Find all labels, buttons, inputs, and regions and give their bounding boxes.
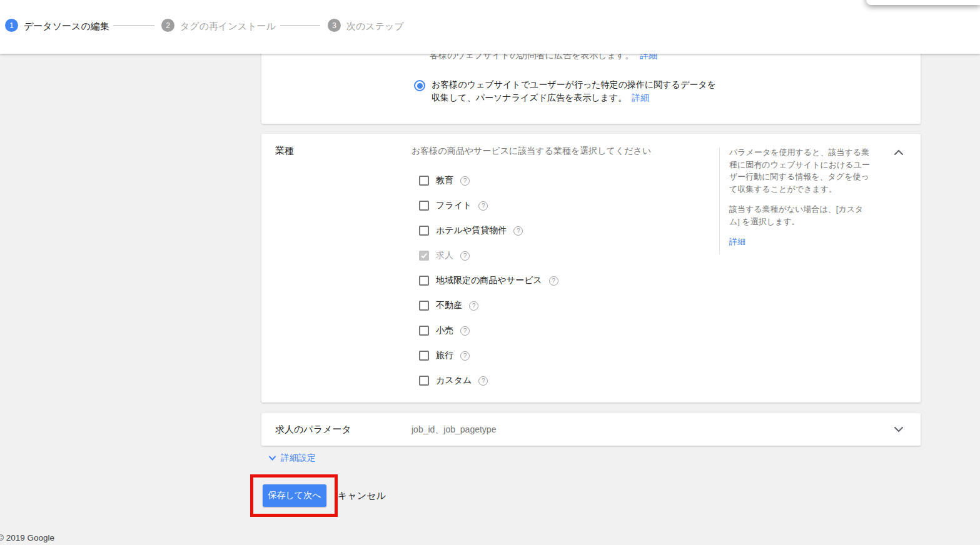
industry-option-label: 教育 (436, 175, 453, 186)
industry-description: お客様の商品やサービスに該当する業種を選択してください (412, 146, 651, 157)
cancel-button[interactable]: キャンセル (338, 490, 386, 502)
help-paragraph-2: 該当する業種がない場合は、[カスタム] を選択します。 (729, 203, 872, 228)
help-icon[interactable]: ? (460, 351, 470, 361)
industry-help-panel: パラメータを使用すると、該当する業種に固有のウェブサイトにおけるユーザー行動に関… (729, 146, 872, 248)
step-3-label[interactable]: 次のステップ (346, 21, 404, 32)
industry-option-row: 教育? (419, 174, 470, 187)
industry-checkbox[interactable] (419, 376, 429, 386)
help-icon[interactable]: ? (478, 201, 488, 211)
industry-checkbox[interactable] (419, 201, 429, 211)
industry-option-label: 旅行 (436, 350, 453, 361)
radio-option-line2: 収集して、パーソナライズド広告を表示します。詳細 (432, 91, 716, 104)
industry-option-label: フライト (436, 200, 472, 211)
chevron-up-icon[interactable] (894, 148, 904, 159)
industry-option-row: 旅行? (419, 349, 470, 362)
job-parameters-value: job_id、job_pagetype (412, 424, 496, 436)
clipped-popup-corner (866, 0, 980, 5)
divider (719, 148, 720, 254)
industry-option-row: 不動産? (419, 299, 478, 312)
help-icon[interactable]: ? (460, 176, 470, 186)
job-parameters-card: 求人のパラメータ job_id、job_pagetype (261, 413, 921, 446)
industry-option-row: フライト? (419, 199, 488, 212)
help-icon[interactable]: ? (469, 301, 478, 311)
radio-dot (417, 83, 423, 89)
step-2-circle: 2 (161, 19, 174, 32)
industry-checkbox[interactable] (419, 301, 429, 311)
industry-checkbox[interactable] (419, 351, 429, 361)
step-3-circle: 3 (328, 19, 341, 32)
advanced-settings-toggle[interactable]: 詳細設定 (268, 452, 316, 464)
detail-link[interactable]: 詳細 (729, 237, 745, 246)
help-icon[interactable]: ? (513, 226, 523, 236)
industry-checkbox[interactable] (419, 276, 429, 286)
industry-option-label: 小売 (436, 325, 453, 336)
help-icon[interactable]: ? (460, 251, 470, 261)
industry-checkbox[interactable] (419, 176, 429, 186)
step-connector (280, 25, 320, 26)
industry-field-label: 業種 (275, 145, 294, 157)
help-icon[interactable]: ? (460, 326, 470, 336)
radio-option-text: お客様のウェブサイトでユーザーが行った特定の操作に関するデータを 収集して、パー… (432, 78, 716, 104)
step-1-label[interactable]: データソースの編集 (24, 21, 109, 32)
advanced-settings-label: 詳細設定 (281, 452, 316, 464)
chevron-down-icon[interactable] (894, 425, 904, 436)
step-2-label[interactable]: タグの再インストール (180, 21, 276, 32)
industry-option-label: カスタム (436, 375, 472, 386)
copyright-text: © 2019 Google (0, 533, 54, 542)
industry-option-row: 地域限定の商品やサービス? (419, 274, 558, 287)
industry-option-label: 地域限定の商品やサービス (436, 275, 542, 286)
industry-option-row: 求人? (419, 249, 470, 262)
industry-option-label: 求人 (436, 250, 453, 261)
help-icon[interactable]: ? (549, 276, 558, 286)
save-and-next-button[interactable]: 保存して次へ (263, 484, 326, 507)
chevron-down-icon (268, 454, 276, 462)
step-1-circle: 1 (5, 19, 18, 32)
detail-link[interactable]: 詳細 (632, 92, 649, 102)
industry-card: 業種 お客様の商品やサービスに該当する業種を選択してください 教育?フライト?ホ… (261, 134, 921, 402)
wizard-step-header: 1 データソースの編集 2 タグの再インストール 3 次のステップ (0, 0, 980, 54)
job-parameters-label: 求人のパラメータ (275, 424, 351, 436)
industry-option-row: ホテルや賃貸物件? (419, 224, 523, 237)
industry-checkbox[interactable] (419, 226, 429, 236)
help-icon[interactable]: ? (478, 376, 488, 386)
industry-checkbox (419, 251, 429, 261)
industry-option-row: 小売? (419, 324, 470, 337)
industry-option-row: カスタム? (419, 374, 488, 387)
radio-option-line1: お客様のウェブサイトでユーザーが行った特定の操作に関するデータを (432, 78, 716, 91)
industry-option-label: ホテルや賃貸物件 (436, 225, 507, 236)
step-connector (113, 25, 154, 26)
radio-selected-icon[interactable] (414, 80, 425, 91)
help-paragraph-1: パラメータを使用すると、該当する業種に固有のウェブサイトにおけるユーザー行動に関… (729, 146, 872, 195)
industry-checkbox[interactable] (419, 326, 429, 336)
industry-option-label: 不動産 (436, 300, 462, 311)
